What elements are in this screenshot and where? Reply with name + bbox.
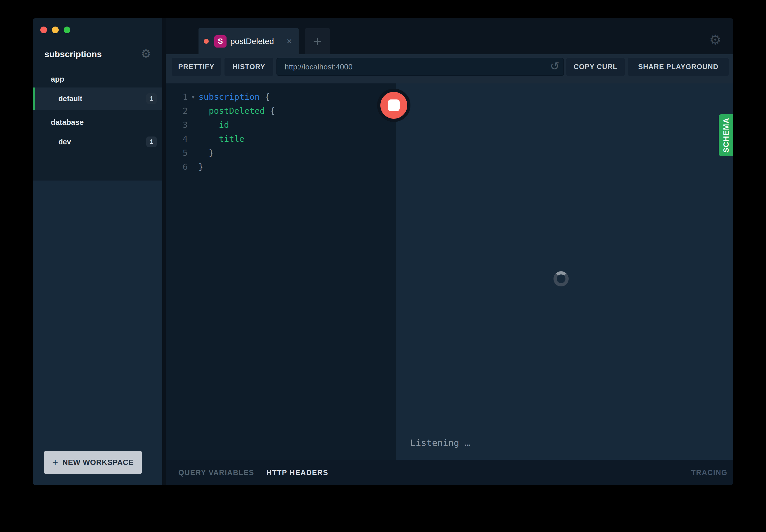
window-controls: [40, 27, 70, 33]
new-tab-button[interactable]: +: [305, 28, 330, 54]
history-button[interactable]: HISTORY: [225, 58, 273, 76]
code-line[interactable]: 4 title: [166, 132, 396, 146]
fold-spacer: [188, 104, 199, 118]
sidebar: subscriptions ⚙ appdefault1databasedev1 …: [33, 18, 162, 485]
workspace-title: subscriptions: [44, 49, 102, 59]
tab-title: postDeleted: [230, 37, 283, 46]
code-text: postDeleted {: [199, 104, 275, 118]
code-text: }: [199, 160, 204, 174]
line-number: 4: [166, 132, 188, 146]
stop-subscription-button[interactable]: [377, 89, 410, 122]
fold-spacer: [188, 118, 199, 132]
playground-window: subscriptions ⚙ appdefault1databasedev1 …: [33, 18, 733, 485]
line-number: 3: [166, 118, 188, 132]
code-line[interactable]: 5 }: [166, 146, 396, 160]
main-area: S postDeleted ✕ + ⚙ PRETTIFY HISTORY htt…: [166, 18, 733, 485]
close-window-button[interactable]: [40, 27, 47, 33]
results-pane: Listening …: [396, 83, 733, 460]
copy-curl-button[interactable]: COPY CURL: [566, 58, 625, 76]
listening-status: Listening …: [410, 437, 470, 448]
share-playground-button[interactable]: SHARE PLAYGROUND: [628, 58, 729, 76]
fold-arrow-icon[interactable]: ▾: [188, 90, 199, 104]
settings-gear-icon[interactable]: ⚙: [708, 32, 723, 47]
stop-icon: [388, 99, 400, 111]
workspace-list: appdefault1databasedev1: [33, 71, 162, 157]
code-line[interactable]: 1▾subscription {: [166, 90, 396, 104]
workspace-settings-gear-icon[interactable]: ⚙: [141, 47, 151, 60]
tracing-tab[interactable]: TRACING: [691, 468, 727, 477]
minimize-window-button[interactable]: [52, 27, 59, 33]
bottom-bar: QUERY VARIABLES HTTP HEADERS TRACING: [166, 460, 733, 485]
prettify-button[interactable]: PRETTIFY: [171, 58, 221, 76]
section-gap: [33, 110, 162, 114]
content-area: 1▾subscription {2 postDeleted {3 id4 tit…: [166, 83, 733, 460]
fold-spacer: [188, 146, 199, 160]
session-count-badge: 1: [146, 137, 157, 147]
schema-tab-label: SCHEMA: [722, 118, 730, 153]
line-number: 6: [166, 160, 188, 174]
new-workspace-button[interactable]: + NEW WORKSPACE: [44, 451, 142, 474]
line-number: 2: [166, 104, 188, 118]
sidebar-item-default[interactable]: default1: [33, 87, 162, 110]
sidebar-item-label: dev: [58, 138, 146, 146]
schema-tab-button[interactable]: SCHEMA: [719, 114, 733, 156]
code-line[interactable]: 3 id: [166, 118, 396, 132]
sidebar-item-dev[interactable]: dev1: [33, 131, 162, 153]
http-headers-tab[interactable]: HTTP HEADERS: [267, 468, 328, 477]
line-number: 5: [166, 146, 188, 160]
query-variables-tab[interactable]: QUERY VARIABLES: [178, 468, 254, 477]
endpoint-url-input[interactable]: http://localhost:4000 ↺: [277, 58, 564, 76]
reload-schema-icon[interactable]: ↺: [550, 61, 559, 72]
unsaved-indicator-dot: [204, 39, 209, 44]
query-code: 1▾subscription {2 postDeleted {3 id4 tit…: [166, 83, 396, 174]
zoom-window-button[interactable]: [64, 27, 70, 33]
code-text: subscription {: [199, 90, 270, 104]
sidebar-section-label: database: [33, 114, 162, 131]
sidebar-divider: [162, 18, 166, 485]
sidebar-item-label: default: [58, 95, 146, 103]
code-text: id: [199, 118, 229, 132]
sidebar-workspace-panel: subscriptions ⚙ appdefault1databasedev1: [33, 18, 162, 181]
fold-spacer: [188, 160, 199, 174]
fold-spacer: [188, 132, 199, 146]
workspace-title-row: subscriptions ⚙: [44, 48, 155, 61]
code-line[interactable]: 2 postDeleted {: [166, 104, 396, 118]
tab-bar: S postDeleted ✕ + ⚙: [166, 18, 733, 54]
code-text: }: [199, 146, 214, 160]
endpoint-url-value: http://localhost:4000: [285, 62, 353, 71]
sidebar-section-label: app: [33, 71, 162, 87]
subscription-badge-icon: S: [214, 35, 227, 48]
close-tab-icon[interactable]: ✕: [286, 37, 292, 45]
toolbar: PRETTIFY HISTORY http://localhost:4000 ↺…: [166, 54, 733, 83]
section-gap: [33, 153, 162, 157]
session-count-badge: 1: [146, 93, 157, 104]
tab-postdeleted[interactable]: S postDeleted ✕: [199, 28, 299, 54]
new-workspace-label: NEW WORKSPACE: [62, 458, 134, 467]
plus-icon: +: [52, 456, 58, 468]
loading-spinner: [553, 271, 568, 286]
line-number: 1: [166, 90, 188, 104]
query-editor-pane[interactable]: 1▾subscription {2 postDeleted {3 id4 tit…: [166, 83, 396, 460]
code-line[interactable]: 6}: [166, 160, 396, 174]
code-text: title: [199, 132, 244, 146]
